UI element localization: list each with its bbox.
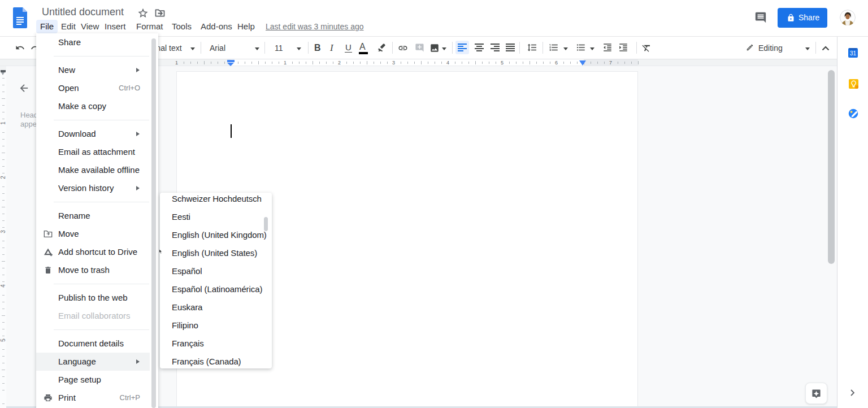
svg-text:31: 31 — [850, 50, 857, 57]
